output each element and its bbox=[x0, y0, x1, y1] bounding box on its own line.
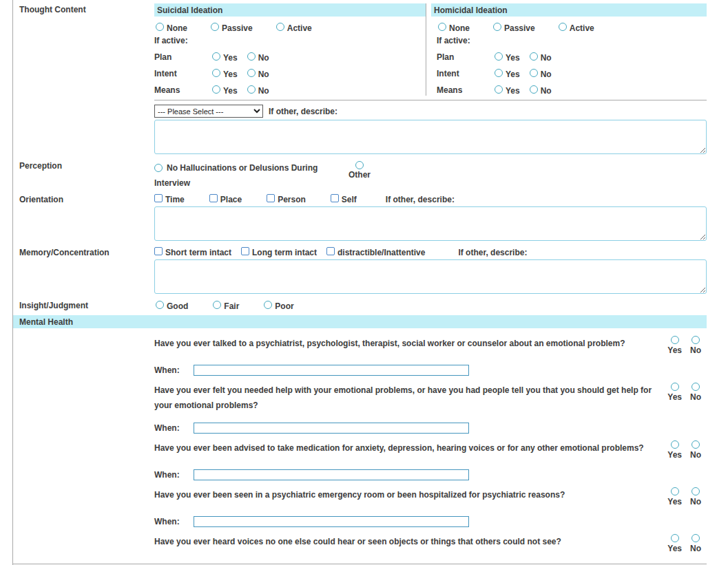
homicidal-intent-no-option[interactable]: No bbox=[530, 69, 552, 78]
short-term-intact-option[interactable]: Short term intact bbox=[154, 247, 231, 256]
q5-no-radio[interactable] bbox=[691, 534, 700, 542]
please-select-dropdown[interactable]: --- Please Select --- bbox=[154, 105, 263, 118]
homicidal-passive-radio[interactable] bbox=[493, 23, 501, 31]
q2-yes-option[interactable]: Yes bbox=[667, 383, 682, 402]
memory-describe-textarea[interactable] bbox=[154, 259, 707, 294]
distractible-checkbox[interactable] bbox=[326, 247, 335, 255]
distractible-option[interactable]: distractible/Inattentive bbox=[326, 247, 425, 256]
q1-no-option[interactable]: No bbox=[690, 336, 701, 355]
homicidal-means-yes-option[interactable]: Yes bbox=[495, 85, 520, 94]
orientation-place-option[interactable]: Place bbox=[209, 194, 242, 203]
suicidal-passive-radio[interactable] bbox=[211, 23, 219, 31]
homicidal-intent-yes-option[interactable]: Yes bbox=[495, 69, 520, 78]
q2-no-radio[interactable] bbox=[691, 383, 700, 391]
q4-yes-option[interactable]: Yes bbox=[667, 487, 682, 507]
suicidal-none-option[interactable]: None bbox=[156, 23, 187, 32]
question-text: Have you ever felt you needed help with … bbox=[154, 383, 667, 413]
suicidal-plan-no-option[interactable]: No bbox=[247, 52, 269, 61]
suicidal-means-yes-option[interactable]: Yes bbox=[212, 85, 238, 94]
insight-good-option[interactable]: Good bbox=[156, 301, 188, 311]
thought-content-describe-textarea[interactable] bbox=[154, 120, 707, 154]
short-term-intact-checkbox[interactable] bbox=[154, 247, 163, 255]
perception-other-option[interactable]: Other bbox=[349, 160, 371, 180]
homicidal-plan-yes-radio[interactable] bbox=[495, 52, 503, 61]
suicidal-means-no-radio[interactable] bbox=[247, 85, 256, 94]
suicidal-plan-yes-radio[interactable] bbox=[212, 52, 220, 61]
radio-label: Yes bbox=[223, 87, 238, 96]
homicidal-plan-no-option[interactable]: No bbox=[530, 52, 552, 61]
orientation-place-checkbox[interactable] bbox=[209, 194, 218, 202]
homicidal-none-radio[interactable] bbox=[438, 23, 446, 31]
section-label-thought-content: Thought Content bbox=[13, 3, 154, 154]
homicidal-none-option[interactable]: None bbox=[438, 23, 470, 32]
homicidal-intent-no-radio[interactable] bbox=[530, 69, 538, 77]
suicidal-ideation-panel: Suicidal Ideation None Passive Active bbox=[154, 3, 426, 96]
suicidal-plan-no-radio[interactable] bbox=[247, 52, 256, 61]
insight-fair-radio[interactable] bbox=[213, 301, 221, 309]
orientation-describe-textarea[interactable] bbox=[154, 206, 707, 241]
q3-yes-radio[interactable] bbox=[671, 440, 679, 449]
homicidal-means-no-option[interactable]: No bbox=[530, 85, 552, 94]
orientation-person-option[interactable]: Person bbox=[267, 194, 306, 203]
suicidal-intent-no-radio[interactable] bbox=[247, 69, 256, 77]
q2-no-option[interactable]: No bbox=[690, 383, 701, 402]
homicidal-means-no-radio[interactable] bbox=[530, 85, 538, 94]
q3-when-input[interactable] bbox=[194, 469, 469, 480]
q1-no-radio[interactable] bbox=[691, 336, 700, 344]
insight-poor-radio[interactable] bbox=[264, 301, 272, 309]
q5-yes-radio[interactable] bbox=[671, 534, 679, 542]
q1-yes-option[interactable]: Yes bbox=[667, 336, 682, 355]
q5-no-option[interactable]: No bbox=[690, 534, 701, 553]
radio-label: No bbox=[541, 87, 552, 96]
insight-body: Good Fair Poor bbox=[154, 299, 707, 311]
homicidal-active-radio[interactable] bbox=[559, 23, 567, 31]
q2-when-input[interactable] bbox=[194, 423, 469, 434]
insight-fair-option[interactable]: Fair bbox=[213, 301, 239, 311]
suicidal-plan-yes-option[interactable]: Yes bbox=[212, 52, 238, 61]
homicidal-passive-option[interactable]: Passive bbox=[493, 23, 535, 32]
q3-yes-option[interactable]: Yes bbox=[667, 440, 682, 460]
orientation-time-checkbox[interactable] bbox=[154, 194, 163, 202]
q1-when-input[interactable] bbox=[194, 365, 469, 376]
insight-good-radio[interactable] bbox=[156, 301, 164, 309]
q4-when-input[interactable] bbox=[194, 516, 469, 527]
suicidal-active-option[interactable]: Active bbox=[276, 23, 312, 32]
suicidal-plan-row: Plan Yes No bbox=[154, 52, 426, 63]
suicidal-means-yes-radio[interactable] bbox=[212, 85, 220, 94]
homicidal-means-yes-radio[interactable] bbox=[495, 85, 503, 94]
long-term-intact-checkbox[interactable] bbox=[241, 247, 249, 255]
orientation-time-option[interactable]: Time bbox=[154, 194, 185, 203]
suicidal-none-radio[interactable] bbox=[156, 23, 164, 31]
q4-no-radio[interactable] bbox=[691, 487, 700, 495]
q5-yes-option[interactable]: Yes bbox=[667, 534, 682, 553]
homicidal-plan-yes-option[interactable]: Yes bbox=[495, 52, 520, 61]
perception-other-radio[interactable] bbox=[355, 161, 364, 169]
checkbox-label: Person bbox=[278, 195, 306, 204]
no-hallucinations-option[interactable]: No Hallucinations or Delusions During In… bbox=[154, 160, 342, 191]
q4-yes-radio[interactable] bbox=[671, 487, 679, 495]
orientation-self-checkbox[interactable] bbox=[331, 194, 339, 202]
q1-yes-radio[interactable] bbox=[671, 336, 679, 344]
suicidal-means-no-option[interactable]: No bbox=[247, 85, 269, 94]
suicidal-passive-option[interactable]: Passive bbox=[211, 23, 253, 32]
section-label-perception: Perception bbox=[13, 160, 154, 191]
suicidal-intent-no-option[interactable]: No bbox=[247, 69, 269, 78]
long-term-intact-option[interactable]: Long term intact bbox=[241, 247, 317, 256]
insight-poor-option[interactable]: Poor bbox=[264, 301, 293, 311]
orientation-self-option[interactable]: Self bbox=[331, 194, 357, 203]
suicidal-intent-yes-option[interactable]: Yes bbox=[212, 69, 238, 78]
q3-no-radio[interactable] bbox=[691, 440, 700, 449]
no-hallucinations-radio[interactable] bbox=[154, 164, 163, 172]
homicidal-intent-yes-radio[interactable] bbox=[495, 69, 503, 77]
if-other-describe-label: If other, describe: bbox=[269, 107, 337, 117]
q2-yes-radio[interactable] bbox=[671, 383, 679, 391]
orientation-person-checkbox[interactable] bbox=[267, 194, 275, 202]
suicidal-active-radio[interactable] bbox=[276, 23, 284, 31]
question-row: Have you ever been advised to take medic… bbox=[154, 440, 707, 460]
homicidal-plan-no-radio[interactable] bbox=[530, 52, 538, 61]
suicidal-intent-yes-radio[interactable] bbox=[212, 69, 220, 77]
q3-no-option[interactable]: No bbox=[690, 440, 701, 460]
radio-label: Active bbox=[287, 24, 312, 33]
homicidal-active-option[interactable]: Active bbox=[559, 23, 594, 32]
q4-no-option[interactable]: No bbox=[690, 487, 701, 507]
